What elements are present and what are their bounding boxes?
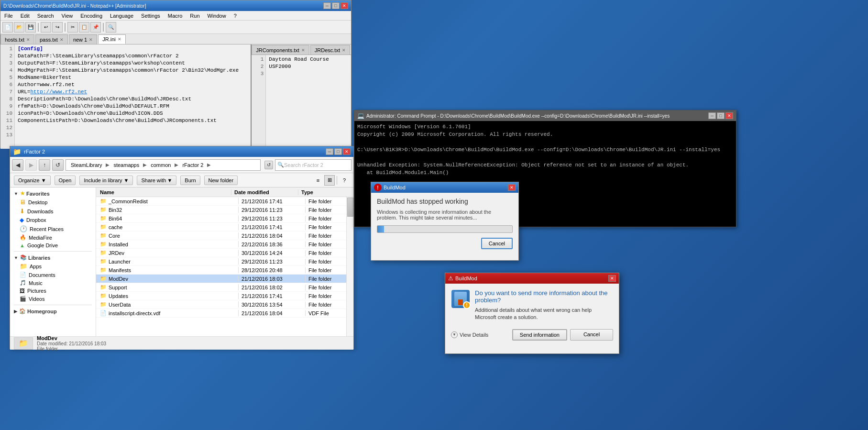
sidebar-item-pictures[interactable]: 🖼 Pictures — [10, 287, 96, 295]
cmd-close[interactable]: ✕ — [725, 112, 733, 119]
tab-jrcomponents-close[interactable]: ✕ — [301, 48, 305, 53]
sendinfo-cancel-button[interactable]: Cancel — [570, 329, 613, 341]
sidebar-item-downloads[interactable]: ⬇ Downloads — [10, 207, 96, 216]
menu-macro[interactable]: Macro — [164, 12, 187, 20]
menu-view[interactable]: View — [58, 12, 77, 20]
file-row-moddev[interactable]: 📁ModDev 21/12/2016 18:03 File folder — [96, 275, 353, 283]
sidebar-item-desktop[interactable]: 🖥 Desktop — [10, 198, 96, 207]
close-button[interactable]: ✕ — [341, 2, 348, 9]
menu-settings[interactable]: Settings — [137, 12, 164, 20]
toolbar-new[interactable]: 📄 — [2, 22, 13, 33]
address-part-1[interactable]: SteamLibrary — [69, 161, 104, 169]
tab-jrini[interactable]: JR.ini ✕ — [98, 34, 126, 44]
cmd-output[interactable]: Microsoft Windows [Version 6.1.7601] Cop… — [354, 121, 736, 178]
view-details-button[interactable]: ⊞ — [324, 175, 335, 186]
menu-run[interactable]: Run — [186, 12, 203, 20]
tab-hosts-close[interactable]: ✕ — [26, 37, 30, 42]
view-details-button[interactable]: ▼ View Details — [451, 331, 488, 338]
forward-button[interactable]: ▶ — [25, 159, 37, 171]
menu-help[interactable]: ? — [230, 12, 241, 20]
tab-jrdesc[interactable]: JRDesc.txt ✕ — [310, 45, 350, 55]
toolbar-paste[interactable]: 📌 — [90, 22, 101, 33]
libraries-header[interactable]: ▼ 📚 Libraries — [10, 254, 96, 262]
sendinfo-close-button[interactable]: ✕ — [608, 275, 616, 282]
sidebar-item-mediafire[interactable]: 🔥 MediaFire — [10, 233, 96, 242]
file-row-cache[interactable]: 📁cache 21/12/2016 17:41 File folder — [96, 223, 353, 232]
maximize-button[interactable]: □ — [332, 2, 340, 9]
file-row-installed[interactable]: 📁Installed 22/12/2016 18:36 File folder — [96, 240, 353, 249]
toolbar-undo[interactable]: ↩ — [41, 22, 51, 33]
new-folder-button[interactable]: New folder — [204, 176, 238, 185]
sidebar-item-dropbox[interactable]: ◆ Dropbox — [10, 216, 96, 224]
col-date[interactable]: Date modified — [231, 189, 298, 195]
refresh-addr-button[interactable]: ↺ — [264, 161, 273, 169]
file-row-updates[interactable]: 📁Updates 21/12/2016 17:41 File folder — [96, 292, 353, 300]
code-editor-right[interactable]: Daytona Road Course USF2000 — [266, 55, 331, 149]
toolbar-redo[interactable]: ↪ — [52, 22, 63, 33]
file-row-bin32[interactable]: 📁Bin32 29/12/2016 11:23 File folder — [96, 206, 353, 214]
sidebar-item-googledrive[interactable]: ▲ Google Drive — [10, 242, 96, 249]
address-part-3[interactable]: common — [149, 161, 173, 169]
buildmod-stopped-close[interactable]: ✕ — [508, 184, 516, 191]
file-row-core[interactable]: 📁Core 21/12/2016 18:04 File folder — [96, 232, 353, 240]
menu-file[interactable]: File — [0, 12, 17, 20]
col-name[interactable]: Name — [96, 189, 231, 195]
vertical-scrollbar[interactable] — [346, 197, 353, 336]
file-row-manifests[interactable]: 📁Manifests 28/12/2016 20:48 File folder — [96, 266, 353, 275]
file-row-installscript[interactable]: 📄installscript-directx.vdf 21/12/2016 18… — [96, 309, 353, 318]
sidebar-item-apps[interactable]: 📁 Apps — [10, 262, 96, 271]
help-button[interactable]: ? — [339, 175, 350, 186]
menu-language[interactable]: Language — [106, 12, 137, 20]
file-row-launcher[interactable]: 📁Launcher 29/12/2016 11:23 File folder — [96, 257, 353, 266]
tab-pass[interactable]: pass.txt ✕ — [35, 34, 68, 44]
scroll-thumb[interactable] — [347, 198, 353, 217]
open-button[interactable]: Open — [55, 176, 76, 185]
address-part-4[interactable]: rFactor 2 — [180, 161, 205, 169]
homegroup-header[interactable]: ▶ 🏠 Homegroup — [10, 307, 96, 315]
address-part-2[interactable]: steamapps — [111, 161, 141, 169]
toolbar-cut[interactable]: ✂ — [67, 22, 78, 33]
file-row-jrdev[interactable]: 📁JRDev 30/12/2016 14:24 File folder — [96, 249, 353, 257]
back-button[interactable]: ◀ — [12, 159, 23, 171]
menu-edit[interactable]: Edit — [17, 12, 33, 20]
toolbar-find[interactable]: 🔍 — [106, 22, 116, 33]
explorer-close[interactable]: ✕ — [343, 148, 351, 155]
buildmod-cancel-button[interactable]: Cancel — [481, 238, 513, 249]
url-link[interactable]: http://www.rf2.net — [30, 89, 87, 95]
sidebar-item-music[interactable]: 🎵 Music — [10, 279, 96, 287]
toolbar-copy[interactable]: 📋 — [79, 22, 89, 33]
tab-jrdesc-close[interactable]: ✕ — [342, 48, 346, 53]
send-information-button[interactable]: Send information — [512, 329, 567, 341]
sidebar-item-documents[interactable]: 📄 Documents — [10, 271, 96, 279]
tab-pass-close[interactable]: ✕ — [60, 37, 64, 42]
code-editor-left[interactable]: [Config] DataPath=F:\SteamLibrary\steama… — [15, 44, 251, 149]
tab-hosts[interactable]: hosts.txt ✕ — [0, 34, 34, 44]
menu-window[interactable]: Window — [204, 12, 230, 20]
menu-encoding[interactable]: Encoding — [77, 12, 106, 20]
address-bar[interactable]: SteamLibrary ▶ steamapps ▶ common ▶ rFac… — [66, 159, 261, 171]
cmd-minimize[interactable]: ─ — [708, 112, 716, 119]
sidebar-item-videos[interactable]: 🎬 Videos — [10, 295, 96, 303]
toolbar-open[interactable]: 📂 — [14, 22, 24, 33]
sidebar-item-recent[interactable]: 🕐 Recent Places — [10, 224, 96, 233]
up-button[interactable]: ↑ — [39, 159, 50, 171]
tab-jrcomponents[interactable]: JRComponents.txt ✕ — [252, 45, 309, 55]
search-bar[interactable]: 🔍 Search rFactor 2 — [275, 159, 352, 171]
file-row-support[interactable]: 📁Support 21/12/2016 18:02 File folder — [96, 283, 353, 292]
organize-button[interactable]: Organize ▼ — [14, 176, 51, 185]
tab-jrini-close[interactable]: ✕ — [118, 37, 121, 42]
include-library-button[interactable]: Include in library ▼ — [79, 176, 133, 185]
minimize-button[interactable]: ─ — [323, 2, 331, 9]
explorer-maximize[interactable]: □ — [334, 148, 342, 155]
favorites-header[interactable]: ▼ ★ Favorites — [10, 189, 96, 198]
view-list-button[interactable]: ≡ — [313, 175, 323, 186]
refresh-button[interactable]: ↺ — [52, 159, 64, 171]
share-with-button[interactable]: Share with ▼ — [137, 176, 176, 185]
cmd-maximize[interactable]: □ — [717, 112, 725, 119]
col-type[interactable]: Type — [298, 189, 346, 195]
menu-search[interactable]: Search — [33, 12, 58, 20]
burn-button[interactable]: Burn — [180, 176, 200, 185]
file-row-userdata[interactable]: 📁UserData 30/12/2016 13:54 File folder — [96, 300, 353, 309]
tab-new1-close[interactable]: ✕ — [89, 37, 93, 42]
file-row-commonredist[interactable]: 📁_CommonRedist 21/12/2016 17:41 File fol… — [96, 197, 353, 206]
